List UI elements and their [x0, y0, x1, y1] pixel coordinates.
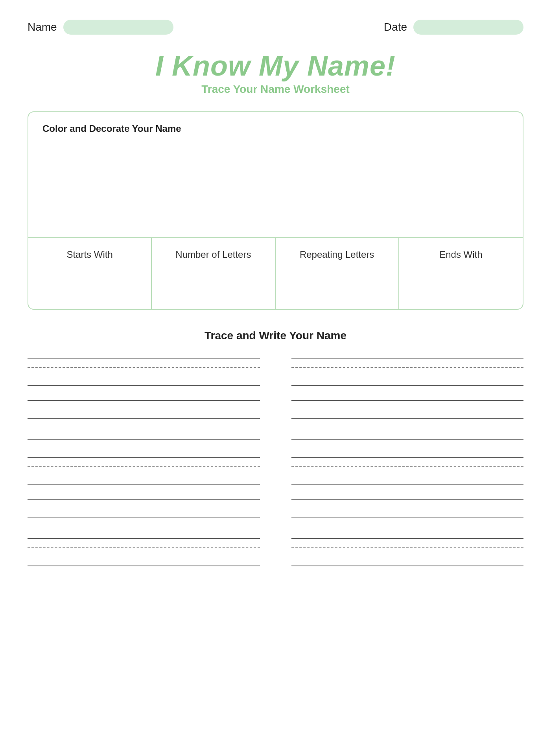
date-label: Date	[384, 21, 407, 33]
solid-line	[291, 457, 524, 458]
line-group-r3	[291, 439, 524, 485]
line-spacing	[291, 440, 524, 457]
line-spacing	[28, 440, 260, 457]
solid-line	[291, 566, 524, 566]
solid-line	[28, 566, 260, 566]
starts-with-label: Starts With	[66, 249, 112, 260]
repeating-letters-label: Repeating Letters	[300, 249, 374, 260]
line-group-r2	[291, 400, 524, 419]
solid-line	[28, 538, 260, 539]
line-spacing	[291, 548, 524, 566]
line-group-1	[28, 358, 260, 386]
ends-with-label: Ends With	[439, 249, 482, 260]
line-spacing	[291, 467, 524, 484]
info-row: Starts With Number of Letters Repeating …	[28, 238, 523, 309]
line-spacing	[28, 401, 260, 418]
number-of-letters-label: Number of Letters	[175, 249, 251, 260]
line-group-4	[28, 499, 260, 518]
writing-column-left	[28, 358, 260, 566]
line-spacing	[28, 467, 260, 484]
name-input[interactable]	[63, 20, 173, 35]
repeating-letters-cell: Repeating Letters	[276, 238, 399, 309]
line-spacing	[291, 368, 524, 385]
line-group-r1	[291, 358, 524, 386]
writing-lines-grid	[28, 358, 523, 566]
line-group-r4	[291, 499, 524, 518]
number-of-letters-cell: Number of Letters	[152, 238, 275, 309]
line-group-r5	[291, 538, 524, 566]
trace-section: Trace and Write Your Name	[28, 329, 523, 566]
line-spacing	[28, 548, 260, 566]
solid-line	[291, 538, 524, 539]
date-field-group: Date	[384, 20, 523, 35]
line-spacing	[28, 368, 260, 385]
trace-title: Trace and Write Your Name	[28, 329, 523, 342]
line-spacing	[291, 401, 524, 418]
ends-with-cell: Ends With	[399, 238, 523, 309]
line-spacing	[291, 500, 524, 518]
line-group-3	[28, 439, 260, 485]
line-spacing	[28, 500, 260, 518]
subtitle: Trace Your Name Worksheet	[28, 83, 523, 96]
header: Name Date	[28, 20, 523, 35]
solid-line	[291, 358, 524, 359]
name-field-group: Name	[28, 20, 173, 35]
color-section: Color and Decorate Your Name	[28, 112, 523, 238]
main-title: I Know My Name!	[28, 50, 523, 81]
color-section-label: Color and Decorate Your Name	[42, 123, 181, 134]
writing-column-right	[291, 358, 524, 566]
date-input[interactable]	[413, 20, 523, 35]
starts-with-cell: Starts With	[28, 238, 152, 309]
line-group-2	[28, 400, 260, 419]
solid-line	[28, 358, 260, 359]
main-box: Color and Decorate Your Name Starts With…	[28, 111, 523, 310]
solid-line	[28, 457, 260, 458]
name-label: Name	[28, 21, 57, 33]
title-section: I Know My Name! Trace Your Name Workshee…	[28, 50, 523, 96]
line-group-5	[28, 538, 260, 566]
